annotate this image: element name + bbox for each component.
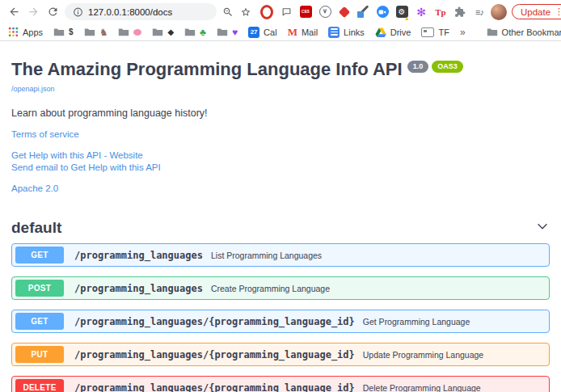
opblock-get-one[interactable]: GET /programming_languages/{programming_… [11, 310, 550, 333]
chat-bubble-icon[interactable] [280, 6, 293, 19]
contact-website-link[interactable]: Get Help with this API - Website [11, 150, 550, 162]
zoom-out-icon[interactable] [221, 6, 234, 19]
drive-icon [375, 27, 386, 37]
graduation-cap-icon: ◆ [167, 28, 174, 36]
browser-toolbar: 127.0.0.1:8000/docs CBS ∨ ⚙▲ ✻ Tp ≡♪ Upd… [0, 0, 561, 23]
opblock-put-update[interactable]: PUT /programming_languages/{programming_… [11, 343, 550, 366]
gear-warning-icon[interactable]: ⚙▲ [395, 6, 408, 19]
url-text[interactable]: 127.0.0.1:8000/docs [88, 7, 172, 17]
oas3-badge: OAS3 [432, 61, 463, 73]
brain-icon [133, 29, 141, 36]
folder-icon [118, 27, 129, 36]
version-badge: 1.0 [407, 61, 429, 73]
profile-avatar[interactable] [491, 4, 507, 20]
method-badge: POST [15, 280, 64, 297]
api-description: Learn about programming language history… [11, 107, 550, 119]
leaf-icon: ♣ [200, 28, 206, 36]
tp-icon[interactable]: Tp [434, 6, 447, 19]
calendar-icon: 27 [248, 27, 259, 38]
bookmarks-bar: Apps $ ♞ ◆ ♣ ♥ 27 Cal M [0, 23, 561, 40]
bookmark-cal[interactable]: 27 Cal [248, 27, 277, 38]
folder-icon [84, 27, 95, 36]
reload-icon[interactable] [45, 5, 60, 19]
contact-email-link[interactable]: Send email to Get Help with this API [11, 162, 550, 175]
music-queue-icon[interactable]: ≡♪ [473, 6, 486, 19]
update-label: Update [521, 7, 550, 17]
blocker-icon[interactable] [260, 6, 273, 19]
terms-of-service-link[interactable]: Terms of service [11, 129, 550, 141]
opblock-delete[interactable]: DELETE /programming_languages/{programmi… [11, 376, 550, 392]
endpoint-path: /programming_languages/{programming_lang… [74, 349, 355, 360]
bookmark-folder-purple-heart[interactable]: ♥ [217, 27, 238, 36]
bookmark-apps[interactable]: Apps [8, 27, 43, 37]
api-info: The Amazing Programming Language Info AP… [11, 41, 550, 195]
bookmark-mail[interactable]: M Mail [288, 26, 318, 39]
endpoint-path: /programming_languages/{programming_lang… [74, 382, 355, 392]
back-icon[interactable] [6, 5, 21, 19]
endpoint-path: /programming_languages [74, 250, 203, 261]
bookmark-folder-green[interactable]: ♣ [184, 27, 206, 36]
diigo-icon[interactable] [338, 6, 351, 19]
swagger-ui: The Amazing Programming Language Info AP… [0, 41, 561, 392]
folder-icon [217, 27, 228, 36]
method-badge: DELETE [15, 379, 64, 392]
bookmarks-overflow-chevron[interactable]: » [460, 27, 466, 38]
flower-icon[interactable]: ✻ [415, 6, 428, 19]
site-info-icon[interactable] [73, 6, 83, 17]
gmail-icon: M [288, 26, 297, 39]
api-links: Terms of service Get Help with this API … [11, 129, 550, 195]
bookmark-folder-horse[interactable]: ♞ [84, 27, 108, 36]
apps-grid-icon [8, 27, 19, 37]
folder-icon [152, 27, 163, 36]
browser-chrome: 127.0.0.1:8000/docs CBS ∨ ⚙▲ ✻ Tp ≡♪ Upd… [0, 0, 561, 41]
license-link[interactable]: Apache 2.0 [11, 183, 550, 196]
purple-heart-icon: ♥ [232, 28, 238, 36]
url-bar[interactable]: 127.0.0.1:8000/docs [65, 3, 217, 20]
api-title-text: The Amazing Programming Language Info AP… [11, 59, 403, 80]
links-icon [328, 27, 340, 38]
horse-icon: ♞ [99, 28, 108, 36]
method-badge: GET [15, 247, 64, 263]
eyedropper-icon[interactable] [357, 6, 369, 18]
extension-area: CBS ∨ ⚙▲ ✻ Tp ≡♪ [260, 6, 486, 19]
chevron-down-icon[interactable] [535, 219, 550, 237]
bookmark-links[interactable]: Links [328, 27, 365, 38]
endpoint-summary: Create Programming Language [211, 284, 330, 293]
forward-icon[interactable] [26, 5, 40, 19]
folder-icon [487, 27, 498, 36]
update-button[interactable]: Update ⋮ [512, 4, 561, 19]
kebab-menu-icon[interactable]: ⋮ [555, 6, 561, 17]
pocket-icon[interactable]: ∨ [318, 6, 331, 19]
method-badge: PUT [15, 346, 64, 363]
cbs-icon[interactable]: CBS [299, 6, 312, 19]
endpoint-path: /programming_languages [74, 283, 203, 294]
bookmark-folder-dollar[interactable]: $ [53, 27, 74, 36]
endpoint-path: /programming_languages/{programming_lang… [74, 316, 355, 327]
opblock-post-create[interactable]: POST /programming_languages Create Progr… [11, 276, 550, 300]
section-title: default [11, 219, 61, 237]
openapi-spec-link[interactable]: /openapi.json [11, 85, 55, 93]
bookmark-drive[interactable]: Drive [375, 27, 411, 37]
bookmark-tf[interactable]: TF [421, 27, 449, 37]
opblock-get-list[interactable]: GET /programming_languages List Programm… [11, 243, 550, 267]
bookmark-folder-grad[interactable]: ◆ [152, 27, 174, 36]
endpoint-summary: Update Programming Language [363, 350, 483, 360]
other-bookmarks[interactable]: Other Bookmarks [487, 27, 561, 37]
endpoint-summary: Delete Programming Language [363, 383, 481, 392]
tag-section-default[interactable]: default [11, 219, 550, 243]
bookmark-star-icon[interactable] [239, 6, 252, 19]
dollar-icon: $ [69, 28, 74, 36]
puzzle-icon[interactable] [453, 6, 466, 19]
endpoint-summary: Get Programming Language [363, 317, 470, 327]
folder-icon [53, 27, 65, 36]
bookmark-folder-brain[interactable] [118, 27, 141, 36]
endpoint-summary: List Programming Languages [211, 251, 322, 260]
tf-icon [421, 27, 434, 37]
method-badge: GET [15, 313, 64, 330]
page-title: The Amazing Programming Language Info AP… [11, 59, 550, 80]
zoom-camera-icon[interactable] [376, 6, 389, 19]
folder-icon [184, 27, 196, 36]
